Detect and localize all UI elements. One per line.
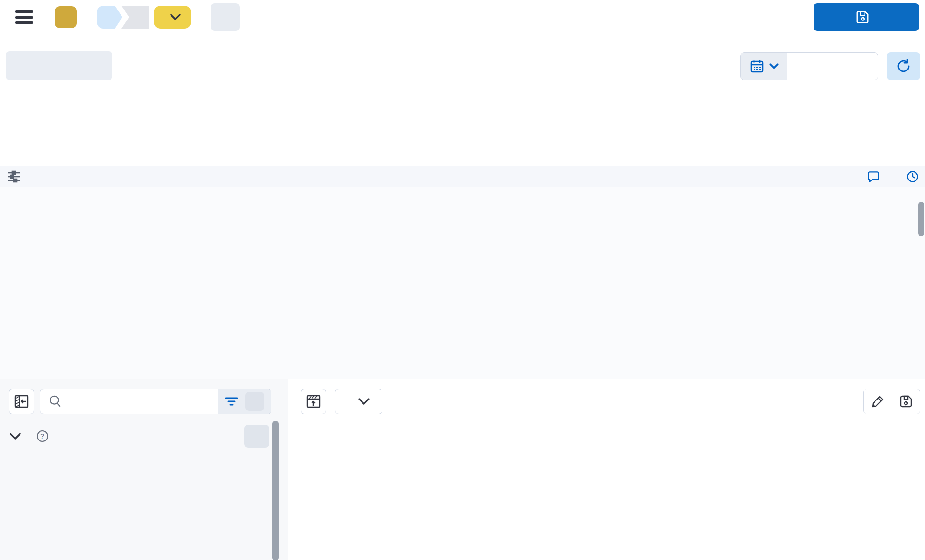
available-fields-count-badge xyxy=(244,425,269,448)
save-button[interactable] xyxy=(814,3,919,31)
breadcrumb-saved-query[interactable] xyxy=(121,6,149,29)
circular-arrow-icon xyxy=(896,59,911,74)
floppy-disk-icon xyxy=(855,10,870,24)
edit-visualization-button[interactable] xyxy=(864,389,892,414)
history-clock-icon xyxy=(906,170,919,183)
chevron-down-icon xyxy=(170,14,181,20)
pencil-icon xyxy=(870,394,885,409)
unsaved-changes-badge[interactable] xyxy=(154,6,191,29)
field-search xyxy=(40,389,271,414)
esql-help-button[interactable] xyxy=(6,51,112,80)
esql-editor-line[interactable] xyxy=(0,99,41,120)
recent-queries-section xyxy=(0,187,925,379)
recent-queries-scrollbar[interactable] xyxy=(918,202,924,236)
menu-icon[interactable] xyxy=(15,10,33,24)
date-picker xyxy=(740,52,878,80)
field-filter-button[interactable] xyxy=(218,389,271,414)
date-picker-calendar-button[interactable] xyxy=(741,53,787,80)
collapse-fields-panel-button[interactable] xyxy=(9,389,34,414)
speech-bubble-icon xyxy=(867,170,880,183)
search-field-names-input[interactable] xyxy=(68,394,218,409)
floppy-disk-icon xyxy=(898,394,914,409)
timestamp-histogram-chart[interactable] xyxy=(289,422,925,509)
magnifier-icon xyxy=(48,394,62,409)
refresh-button[interactable] xyxy=(887,52,920,80)
chevron-down-icon[interactable] xyxy=(10,433,21,440)
hide-chart-icon xyxy=(305,393,322,410)
hide-chart-button[interactable] xyxy=(301,389,326,414)
chart-action-group xyxy=(863,389,920,414)
filter-count-badge xyxy=(245,392,264,411)
time-range-button[interactable] xyxy=(787,53,878,80)
chevron-down-icon xyxy=(769,63,779,70)
avatar[interactable] xyxy=(55,6,77,28)
hide-recent-queries-link[interactable] xyxy=(906,170,925,183)
editor-footer xyxy=(0,166,925,187)
submit-feedback-link[interactable] xyxy=(867,170,886,183)
question-circle-icon[interactable]: ? xyxy=(36,430,49,442)
collapse-panel-icon xyxy=(13,393,30,410)
switch-to-classic-button[interactable] xyxy=(211,3,240,31)
top-navigation xyxy=(0,0,925,34)
calendar-icon xyxy=(749,59,764,74)
chevron-down-icon xyxy=(358,398,370,405)
sliders-icon[interactable] xyxy=(7,169,22,184)
fields-scrollbar[interactable] xyxy=(272,421,279,560)
fields-sidebar: ? xyxy=(0,379,288,560)
filter-lines-icon xyxy=(224,396,239,407)
svg-text:?: ? xyxy=(40,432,44,440)
breadcrumb xyxy=(97,6,191,29)
save-visualization-button[interactable] xyxy=(892,389,920,414)
histogram-panel xyxy=(289,379,925,560)
breakdown-select[interactable] xyxy=(335,389,382,414)
breadcrumb-discover[interactable] xyxy=(97,6,122,29)
